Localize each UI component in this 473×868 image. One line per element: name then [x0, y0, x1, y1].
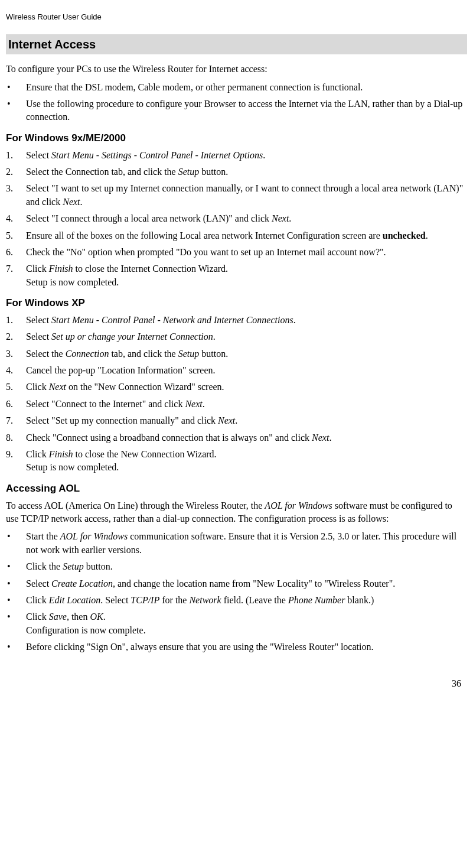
step-number: 7.	[6, 262, 26, 289]
bullet-icon: •	[6, 610, 26, 637]
list-item: 5. Click Next on the "New Connection Wiz…	[6, 381, 467, 394]
bullet-text: Before clicking "Sign On", always ensure…	[26, 641, 467, 654]
aol-heading: Accessing AOL	[6, 482, 467, 496]
bullet-icon: •	[6, 530, 26, 557]
step-number: 8.	[6, 431, 26, 444]
list-item: • Use the following procedure to configu…	[6, 97, 467, 124]
step-text: Select the Connection tab, and click the…	[26, 347, 467, 360]
list-item: 2. Select the Connection tab, and click …	[6, 165, 467, 178]
step-text: Select Start Menu - Control Panel - Netw…	[26, 314, 467, 327]
bullet-icon: •	[6, 81, 26, 94]
step-text: Select the Connection tab, and click the…	[26, 165, 467, 178]
step-text: Select "I want to set up my Internet con…	[26, 182, 467, 209]
list-item: • Ensure that the DSL modem, Cable modem…	[6, 81, 467, 94]
bullet-text: Click Edit Location. Select TCP/IP for t…	[26, 594, 467, 607]
bullet-icon: •	[6, 97, 26, 124]
list-item: 9. Click Finish to close the New Connect…	[6, 448, 467, 474]
step-text: Ensure all of the boxes on the following…	[26, 229, 467, 242]
list-item: 1. Select Start Menu - Settings - Contro…	[6, 149, 467, 162]
step-text: Check "Connect using a broadband connect…	[26, 431, 467, 444]
step-text: Select "Set up my connection manually" a…	[26, 414, 467, 427]
step-number: 5.	[6, 229, 26, 242]
list-item: • Select Create Location, and change the…	[6, 577, 467, 590]
step-number: 1.	[6, 149, 26, 162]
list-item: 5. Ensure all of the boxes on the follow…	[6, 229, 467, 242]
step-text: Select "I connect through a local area n…	[26, 212, 467, 225]
step-text: Select "Connect to the Internet" and cli…	[26, 398, 467, 411]
list-item: 7. Click Finish to close the Internet Co…	[6, 262, 467, 289]
step-number: 4.	[6, 364, 26, 377]
win9x-steps: 1. Select Start Menu - Settings - Contro…	[6, 149, 467, 290]
step-text: Select Start Menu - Settings - Control P…	[26, 149, 467, 162]
step-text: Click Finish to close the New Connection…	[26, 448, 467, 474]
bullet-text: Click the Setup button.	[26, 560, 467, 573]
list-item: 3. Select "I want to set up my Internet …	[6, 182, 467, 209]
section-title: Internet Access	[6, 34, 467, 54]
win9x-heading: For Windows 9x/ME/2000	[6, 131, 467, 145]
step-number: 3.	[6, 347, 26, 360]
list-item: 4. Select "I connect through a local are…	[6, 212, 467, 225]
page-number: 36	[6, 677, 467, 690]
bullet-text: Use the following procedure to configure…	[26, 97, 467, 124]
step-number: 7.	[6, 414, 26, 427]
bullet-text: Click Save, then OK. Configuration is no…	[26, 610, 467, 637]
list-item: • Before clicking "Sign On", always ensu…	[6, 641, 467, 654]
list-item: 7. Select "Set up my connection manually…	[6, 414, 467, 427]
step-number: 6.	[6, 246, 26, 259]
list-item: 6. Select "Connect to the Internet" and …	[6, 398, 467, 411]
step-text: Click Finish to close the Internet Conne…	[26, 262, 467, 289]
step-number: 5.	[6, 381, 26, 394]
list-item: 3. Select the Connection tab, and click …	[6, 347, 467, 360]
aol-bullet-list: • Start the AOL for Windows communicatio…	[6, 530, 467, 654]
bullet-icon: •	[6, 641, 26, 654]
step-number: 4.	[6, 212, 26, 225]
list-item: • Start the AOL for Windows communicatio…	[6, 530, 467, 557]
step-number: 9.	[6, 448, 26, 474]
list-item: 2. Select Set up or change your Internet…	[6, 330, 467, 343]
step-number: 3.	[6, 182, 26, 209]
intro-text: To configure your PCs to use the Wireles…	[6, 63, 467, 76]
step-number: 1.	[6, 314, 26, 327]
page-header: Wireless Router User Guide	[6, 12, 467, 22]
step-text: Check the "No" option when prompted "Do …	[26, 246, 467, 259]
list-item: 8. Check "Connect using a broadband conn…	[6, 431, 467, 444]
aol-intro: To access AOL (America On Line) through …	[6, 499, 467, 526]
step-text: Select Set up or change your Internet Co…	[26, 330, 467, 343]
bullet-icon: •	[6, 577, 26, 590]
step-number: 6.	[6, 398, 26, 411]
list-item: 6. Check the "No" option when prompted "…	[6, 246, 467, 259]
winxp-heading: For Windows XP	[6, 296, 467, 310]
step-number: 2.	[6, 165, 26, 178]
list-item: • Click the Setup button.	[6, 560, 467, 573]
intro-bullet-list: • Ensure that the DSL modem, Cable modem…	[6, 81, 467, 124]
step-number: 2.	[6, 330, 26, 343]
doc-title: Wireless Router User Guide	[6, 12, 102, 21]
list-item: • Click Edit Location. Select TCP/IP for…	[6, 594, 467, 607]
bullet-icon: •	[6, 594, 26, 607]
step-text: Click Next on the "New Connection Wizard…	[26, 381, 467, 394]
step-text: Cancel the pop-up "Location Information"…	[26, 364, 467, 377]
list-item: 4. Cancel the pop-up "Location Informati…	[6, 364, 467, 377]
bullet-icon: •	[6, 560, 26, 573]
bullet-text: Select Create Location, and change the l…	[26, 577, 467, 590]
winxp-steps: 1. Select Start Menu - Control Panel - N…	[6, 314, 467, 474]
bullet-text: Start the AOL for Windows communication …	[26, 530, 467, 557]
list-item: • Click Save, then OK. Configuration is …	[6, 610, 467, 637]
bullet-text: Ensure that the DSL modem, Cable modem, …	[26, 81, 467, 94]
list-item: 1. Select Start Menu - Control Panel - N…	[6, 314, 467, 327]
